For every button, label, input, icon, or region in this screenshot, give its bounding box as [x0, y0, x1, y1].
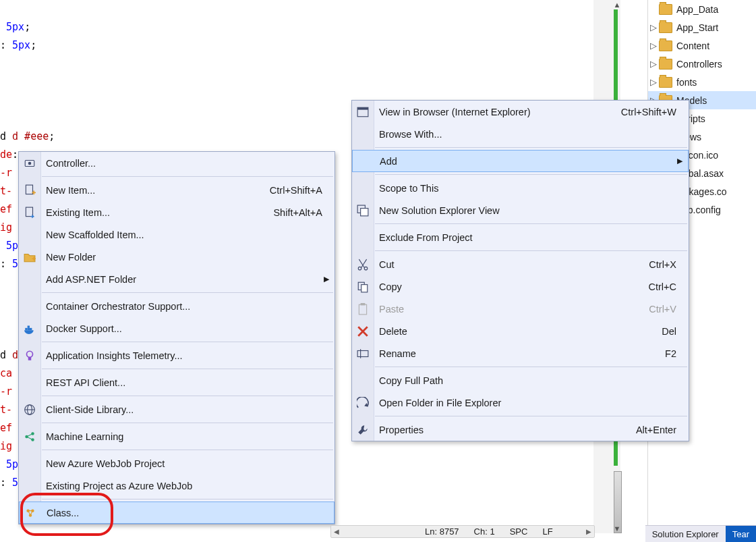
code-l2: 5px	[12, 39, 30, 51]
svg-rect-3	[361, 208, 368, 215]
menu-item-new-item[interactable]: New Item...Ctrl+Shift+A	[19, 179, 335, 201]
menu-item-rename[interactable]: RenameF2	[352, 342, 689, 364]
tree-item-label: App_Data	[676, 4, 756, 15]
svg-point-20	[27, 351, 33, 357]
code-l5b: t-	[0, 185, 12, 197]
tab-team[interactable]: Tear	[726, 525, 756, 542]
newitem-icon	[23, 184, 36, 197]
menu-item-copy-full-path[interactable]: Copy Full Path	[352, 369, 689, 391]
paste-icon	[356, 302, 370, 316]
tab-solution-explorer[interactable]: Solution Explorer	[645, 525, 726, 542]
menu-separator	[375, 416, 687, 416]
menu-item-label: Open Folder in File Explorer	[379, 398, 676, 408]
menu-item-new-azure-webjob-project[interactable]: New Azure WebJob Project	[19, 452, 335, 475]
menu-item-exclude-from-project[interactable]: Exclude From Project	[352, 226, 689, 248]
menu-item-rest-api-client[interactable]: REST API Client...	[19, 371, 335, 394]
menu-item-cut[interactable]: CutCtrl+X	[352, 253, 689, 275]
svg-point-4	[358, 267, 361, 270]
svg-point-13	[28, 161, 32, 165]
insights-icon	[23, 349, 36, 362]
menu-item-label: View in Browser (Internet Explorer)	[379, 107, 601, 117]
tree-item-app-data[interactable]: App_Data	[648, 0, 756, 18]
menu-item-label: Existing Project as Azure WebJob	[46, 481, 322, 491]
expand-icon[interactable]: ▷	[648, 40, 659, 51]
menu-item-label: Paste	[379, 304, 629, 315]
status-bar: Ln: 8757 Ch: 1 SPC LF	[425, 525, 553, 538]
menu-separator	[375, 223, 687, 224]
menu-item-label: Scope to This	[379, 183, 676, 194]
menu-item-shortcut: F2	[665, 348, 676, 359]
menu-item-machine-learning[interactable]: Machine Learning	[19, 425, 335, 448]
menu-item-label: Rename	[379, 348, 645, 359]
menu-separator	[42, 423, 333, 423]
menu-item-add-asp-net-folder[interactable]: Add ASP.NET Folder▶	[19, 268, 335, 290]
code-l7a: ig	[0, 221, 12, 234]
submenu-arrow-icon: ▶	[324, 275, 329, 283]
expand-icon[interactable]: ▷	[648, 59, 659, 69]
menu-item-label: New Scaffolded Item...	[46, 229, 322, 240]
menu-item-controller[interactable]: Controller...	[19, 152, 335, 174]
docker-icon	[23, 322, 36, 335]
svg-rect-15	[26, 207, 32, 217]
menu-item-view-in-browser-internet-explorer[interactable]: View in Browser (Internet Explorer)Ctrl+…	[352, 101, 689, 123]
status-lf: LF	[542, 526, 552, 537]
menu-item-shortcut: Alt+Enter	[636, 425, 676, 435]
menu-item-existing-item[interactable]: Existing Item...Shift+Alt+A	[19, 201, 335, 223]
menu-item-new-scaffolded-item[interactable]: New Scaffolded Item...	[19, 223, 335, 246]
menu-item-shortcut: Ctrl+Shift+A	[270, 185, 322, 196]
tree-item-app-start[interactable]: ▷App_Start	[648, 18, 756, 36]
menu-item-label: Docker Support...	[46, 323, 322, 334]
expand-icon[interactable]: ▷	[648, 77, 659, 87]
menu-item-shortcut: Del	[662, 326, 676, 337]
menu-item-scope-to-this[interactable]: Scope to This	[352, 177, 689, 199]
menu-item-label: Properties	[379, 425, 616, 435]
svg-rect-7	[361, 284, 368, 292]
cut-icon	[356, 258, 370, 271]
menu-separator	[42, 342, 333, 342]
menu-item-label: REST API Client...	[46, 377, 322, 388]
menu-item-container-orchestrator-support[interactable]: Container Orchestrator Support...	[19, 295, 335, 317]
menu-separator	[42, 450, 333, 450]
menu-item-browse-with[interactable]: Browse With...	[352, 123, 689, 145]
code-l9: 5	[12, 258, 18, 270]
menu-item-existing-project-as-azure-webjob[interactable]: Existing Project as Azure WebJob	[19, 475, 335, 497]
scroll-up-icon[interactable]: ▲	[612, 0, 622, 9]
menu-item-shortcut: Shift+Alt+A	[273, 207, 322, 218]
menu-item-shortcut: Ctrl+Shift+W	[621, 107, 676, 117]
svg-rect-9	[361, 303, 366, 305]
menu-item-label: Browse With...	[379, 129, 676, 140]
folder-icon	[659, 22, 672, 33]
folder-icon	[659, 77, 672, 88]
copy-icon	[356, 280, 370, 294]
menu-item-application-insights-telemetry[interactable]: Application Insights Telemetry...	[19, 344, 335, 367]
expand-icon[interactable]: ▷	[648, 22, 659, 32]
menu-item-add[interactable]: Add▶	[352, 150, 689, 172]
folder-icon	[659, 59, 672, 70]
code-l3: d #eee	[12, 130, 49, 142]
menu-item-client-side-library[interactable]: Client-Side Library...	[19, 398, 335, 421]
scroll-left-icon[interactable]: ◀	[331, 528, 342, 535]
scroll-down-icon[interactable]: ▼	[612, 524, 622, 533]
scroll-right-icon[interactable]: ▶	[583, 528, 594, 535]
menu-item-label: Machine Learning	[46, 431, 322, 442]
browser-icon	[356, 105, 370, 119]
menu-separator	[42, 369, 333, 369]
menu-item-class[interactable]: Class...	[19, 502, 335, 524]
menu-item-new-solution-explorer-view[interactable]: New Solution Explorer View	[352, 199, 689, 221]
code-l8: 5p	[6, 240, 18, 252]
menu-item-shortcut: Ctrl+V	[649, 304, 676, 315]
tree-item-label: App_Start	[676, 22, 756, 33]
tree-item-content[interactable]: ▷Content	[648, 36, 756, 55]
bottom-tool-tabs: Solution Explorer Tear	[645, 525, 756, 542]
menu-item-open-folder-in-file-explorer[interactable]: Open Folder in File Explorer	[352, 391, 689, 414]
menu-item-properties[interactable]: PropertiesAlt+Enter	[352, 418, 689, 441]
svg-rect-18	[30, 327, 32, 329]
menu-item-new-folder[interactable]: New Folder	[19, 246, 335, 268]
tree-item-controllers[interactable]: ▷Controllers	[648, 55, 756, 73]
menu-item-copy[interactable]: CopyCtrl+C	[352, 275, 689, 298]
menu-item-docker-support[interactable]: Docker Support...	[19, 317, 335, 340]
menu-item-delete[interactable]: DeleteDel	[352, 320, 689, 342]
tree-item-fonts[interactable]: ▷fonts	[648, 73, 756, 91]
status-spc: SPC	[510, 526, 528, 537]
menu-item-label: Add ASP.NET Folder	[46, 274, 322, 285]
